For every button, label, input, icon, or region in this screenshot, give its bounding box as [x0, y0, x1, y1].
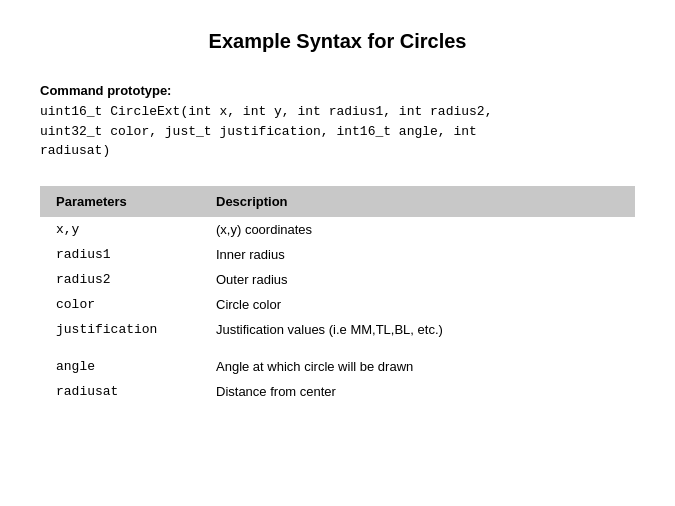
param-description-cell: (x,y) coordinates	[200, 217, 635, 242]
table-row: colorCircle color	[40, 292, 635, 317]
command-section: Command prototype: uint16_t CircleExt(in…	[40, 83, 635, 161]
param-name-cell: radius2	[40, 267, 200, 292]
page-title: Example Syntax for Circles	[40, 30, 635, 53]
param-description-cell: Justification values (i.e MM,TL,BL, etc.…	[200, 317, 635, 342]
param-name-cell: radiusat	[40, 379, 200, 404]
table-row: radius2Outer radius	[40, 267, 635, 292]
param-name-cell: x,y	[40, 217, 200, 242]
command-label: Command prototype:	[40, 83, 635, 98]
param-description-cell: Distance from center	[200, 379, 635, 404]
col-header-param: Parameters	[40, 186, 200, 217]
param-name-cell: color	[40, 292, 200, 317]
col-header-description: Description	[200, 186, 635, 217]
parameters-table: Parameters Description x,y(x,y) coordina…	[40, 186, 635, 404]
table-row: justificationJustification values (i.e M…	[40, 317, 635, 342]
table-row	[40, 342, 635, 354]
param-description-cell: Angle at which circle will be drawn	[200, 354, 635, 379]
param-name-cell: justification	[40, 317, 200, 342]
param-description-cell: Inner radius	[200, 242, 635, 267]
table-row: radiusatDistance from center	[40, 379, 635, 404]
param-description-cell: Outer radius	[200, 267, 635, 292]
table-header-row: Parameters Description	[40, 186, 635, 217]
param-name-cell: radius1	[40, 242, 200, 267]
param-description-cell: Circle color	[200, 292, 635, 317]
command-code: uint16_t CircleExt(int x, int y, int rad…	[40, 102, 635, 161]
param-name-cell: angle	[40, 354, 200, 379]
table-row: angleAngle at which circle will be drawn	[40, 354, 635, 379]
table-row: radius1Inner radius	[40, 242, 635, 267]
table-row: x,y(x,y) coordinates	[40, 217, 635, 242]
